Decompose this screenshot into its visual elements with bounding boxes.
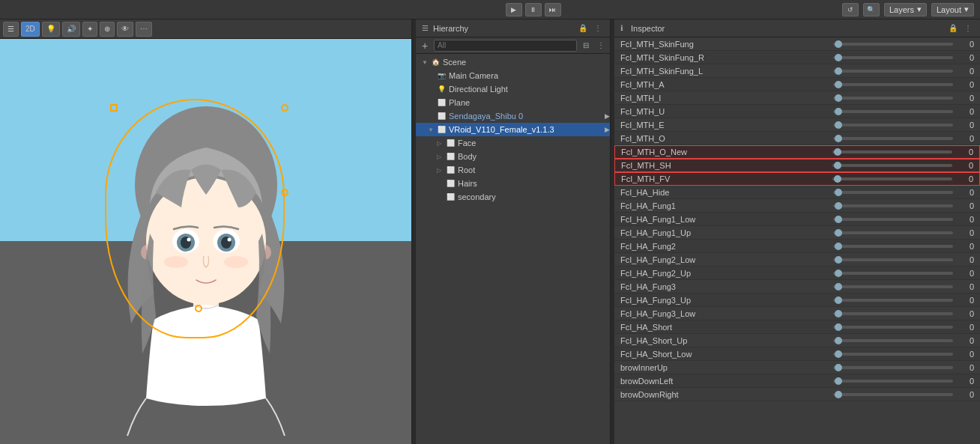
- inspector-row: FcI_HA_Fung1_Up0: [614, 226, 980, 240]
- inspector-row-slider[interactable]: [832, 164, 952, 167]
- persp-button[interactable]: ☰: [3, 22, 19, 37]
- inspector-row-slider[interactable]: [833, 258, 953, 261]
- slider-thumb-icon: [834, 162, 841, 169]
- hierarchy-menu-button[interactable]: ⋮: [592, 22, 604, 34]
- hierarchy-view-options[interactable]: ⊟: [580, 40, 592, 52]
- add-object-button[interactable]: +: [419, 40, 431, 52]
- inspector-row-label: FcI_HA_Fung3: [620, 282, 830, 291]
- inspector-lock-button[interactable]: 🔒: [947, 22, 959, 34]
- light-button[interactable]: 💡: [42, 22, 60, 37]
- tree-item-root[interactable]: ▷ ⬜ Root: [416, 163, 610, 177]
- inspector-row-value: 0: [956, 80, 974, 89]
- inspector-row-label: FcI_HA_Fung2: [620, 242, 830, 251]
- inspector-menu-button[interactable]: ⋮: [962, 22, 974, 34]
- tree-item-secondary[interactable]: ⬜ secondary: [416, 190, 610, 204]
- tree-item-face[interactable]: ▷ ⬜ Face: [416, 136, 610, 150]
- 2d-button[interactable]: 2D: [21, 22, 40, 37]
- inspector-row-slider[interactable]: [833, 366, 953, 369]
- inspector-row: FcI_MTH_SkinFung0: [614, 37, 980, 51]
- inspector-row-slider[interactable]: [833, 272, 953, 275]
- inspector-row-slider[interactable]: [833, 110, 953, 113]
- audio-button[interactable]: 🔊: [62, 22, 80, 37]
- inspector-row-slider[interactable]: [833, 56, 953, 59]
- inspector-title: Inspector: [631, 24, 943, 33]
- secondary-type-icon: ⬜: [447, 193, 456, 201]
- slider-thumb-icon: [835, 94, 842, 102]
- slider-thumb-icon: [835, 377, 842, 385]
- inspector-row-slider[interactable]: [833, 124, 953, 127]
- search-icon[interactable]: 🔍: [863, 3, 880, 16]
- pause-button[interactable]: ⏸: [525, 3, 542, 16]
- view-button[interactable]: 👁: [117, 22, 133, 37]
- tree-item-hairs[interactable]: ⬜ Hairs: [416, 177, 610, 190]
- tree-item-sendagaya[interactable]: ⬜ Sendagaya_Shibu 0 ▶: [416, 109, 610, 123]
- hierarchy-lock-button[interactable]: 🔒: [577, 22, 589, 34]
- inspector-row-slider[interactable]: [833, 83, 953, 86]
- tree-item-body[interactable]: ▷ ⬜ Body: [416, 150, 610, 163]
- layers-dropdown[interactable]: Layers ▾: [884, 3, 927, 16]
- inspector-row-slider[interactable]: [833, 380, 953, 383]
- scene-label: Scene: [443, 58, 466, 67]
- slider-thumb-icon: [835, 296, 842, 304]
- inspector-row-slider[interactable]: [833, 231, 953, 234]
- sendagaya-label: Sendagaya_Shibu 0: [449, 112, 523, 121]
- handle-tr[interactable]: [281, 104, 288, 112]
- inspector-row-slider[interactable]: [833, 339, 953, 342]
- inspector-row-label: FcI_HA_Short_Low: [620, 350, 830, 359]
- inspector-row-slider[interactable]: [833, 326, 953, 329]
- inspector-row-slider[interactable]: [833, 285, 953, 288]
- tree-item-vroid[interactable]: ▼ ⬜ VRoid_V110_Female_v1.1.3 ▶: [416, 123, 610, 136]
- inspector-row-slider[interactable]: [833, 191, 953, 194]
- svg-point-14: [224, 256, 248, 268]
- inspector-row-value: 0: [956, 255, 974, 264]
- tree-item-directional-light[interactable]: 💡 Directional Light: [416, 82, 610, 96]
- inspector-row: browDownLeft0: [614, 374, 980, 388]
- layout-dropdown[interactable]: Layout ▾: [931, 3, 974, 16]
- slider-thumb-icon: [834, 148, 841, 156]
- undo-icon[interactable]: ↺: [842, 3, 859, 16]
- fx-button[interactable]: ✦: [82, 22, 97, 37]
- body-label: Body: [458, 152, 477, 161]
- handle-bl[interactable]: [195, 305, 202, 312]
- handle-tl[interactable]: [110, 104, 118, 112]
- inspector-row-slider[interactable]: [833, 245, 953, 248]
- persp-label: ☰: [7, 25, 14, 33]
- inspector-row-label: FcI_MTH_SH: [621, 161, 829, 170]
- inspector-row-slider[interactable]: [832, 177, 952, 180]
- inspector-row-slider[interactable]: [833, 393, 953, 396]
- slider-thumb-icon: [835, 229, 842, 237]
- inspector-row-slider[interactable]: [833, 353, 953, 356]
- inspector-row: browInnerUp0: [614, 361, 980, 374]
- tree-item-plane[interactable]: ⬜ Plane: [416, 96, 610, 109]
- inspector-row-slider[interactable]: [833, 43, 953, 46]
- inspector-row-slider[interactable]: [833, 70, 953, 73]
- gizmo-button[interactable]: ⊕: [100, 22, 115, 37]
- tree-item-scene[interactable]: ▼ 🏠 Scene: [416, 55, 610, 69]
- plane-type-icon: ⬜: [438, 99, 447, 106]
- slider-thumb-icon: [835, 310, 842, 317]
- inspector-row-slider[interactable]: [833, 299, 953, 302]
- slider-thumb-icon: [835, 189, 842, 196]
- inspector-row-slider[interactable]: [833, 137, 953, 140]
- tree-item-main-camera[interactable]: 📷 Main Camera: [416, 69, 610, 82]
- handle-mr[interactable]: [281, 189, 288, 196]
- inspector-row-label: browDownRight: [620, 390, 830, 399]
- hierarchy-more-button[interactable]: ⋮: [595, 40, 607, 52]
- scene-canvas: [0, 39, 411, 444]
- inspector-row: FcI_HA_Hide0: [614, 186, 980, 199]
- inspector-row: FcI_MTH_SkinFung_L0: [614, 64, 980, 78]
- inspector-row-slider[interactable]: [833, 97, 953, 100]
- inspector-row-slider[interactable]: [833, 312, 953, 315]
- inspector-row-slider[interactable]: [833, 204, 953, 207]
- more-button[interactable]: ⋯: [136, 22, 152, 37]
- hierarchy-search-input[interactable]: [434, 40, 577, 52]
- inspector-row-label: FcI_HA_Short_Up: [620, 336, 830, 345]
- vroid-type-icon: ⬜: [438, 126, 447, 133]
- inspector-row-slider[interactable]: [832, 150, 952, 153]
- play-button[interactable]: ▶: [506, 3, 522, 16]
- camera-label: Main Camera: [449, 71, 498, 80]
- step-button[interactable]: ⏭: [545, 3, 561, 16]
- face-label: Face: [458, 139, 476, 148]
- inspector-row-slider[interactable]: [833, 218, 953, 221]
- plane-label: Plane: [449, 98, 470, 107]
